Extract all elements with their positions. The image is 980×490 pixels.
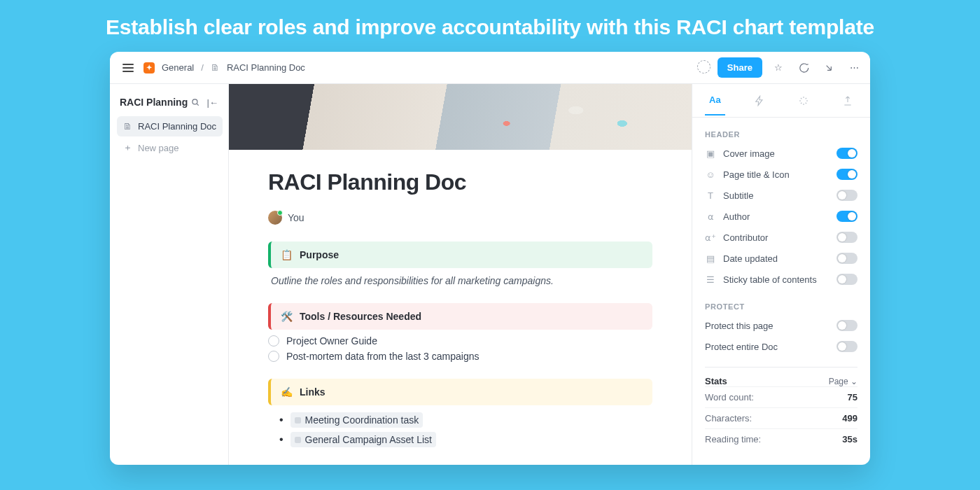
link-chip-icon xyxy=(295,417,301,424)
link-chip-icon xyxy=(295,437,301,443)
topbar: ✦ General / 🗎 RACI Planning Doc Share ☆ … xyxy=(110,52,870,84)
sidebar-new-page[interactable]: ＋ New page xyxy=(117,136,223,159)
list-icon: ☰ xyxy=(705,274,716,285)
sidebar-title: RACI Planning xyxy=(120,97,188,108)
toggle-switch[interactable] xyxy=(836,320,858,331)
tools-label: Tools / Resources Needed xyxy=(300,311,421,322)
page-icon: 🗎 xyxy=(122,121,132,132)
purpose-label: Purpose xyxy=(300,249,339,260)
collapse-icon[interactable]: |← xyxy=(207,97,218,108)
stat-word-count: Word count:75 xyxy=(705,386,858,407)
toggle-contributor[interactable]: ⍺⁺Contributor xyxy=(705,227,858,248)
checklist-label: Post-mortem data from the last 3 campaig… xyxy=(286,351,479,362)
avatar[interactable] xyxy=(268,211,282,225)
comment-icon[interactable] xyxy=(794,59,813,77)
toggle-label: Sticky table of contents xyxy=(723,274,817,285)
tab-export[interactable] xyxy=(838,86,858,115)
toggle-label: Protect entire Doc xyxy=(705,342,778,352)
toggle-cover-image[interactable]: ▣Cover image xyxy=(705,143,858,164)
toggle-protect-doc[interactable]: Protect entire Doc xyxy=(705,336,858,357)
toggle-protect-page[interactable]: Protect this page xyxy=(705,315,858,336)
doc-icon: 🗎 xyxy=(211,62,220,73)
tab-ai[interactable] xyxy=(794,86,813,115)
toggle-label: Contributor xyxy=(723,232,768,243)
breadcrumb-doc[interactable]: RACI Planning Doc xyxy=(227,62,305,73)
link-item[interactable]: General Campaign Asset List xyxy=(268,432,652,447)
toggle-date-updated[interactable]: ▤Date updated xyxy=(705,248,858,269)
checkbox-icon[interactable] xyxy=(268,351,279,362)
toggle-subtitle[interactable]: TSubtitle xyxy=(705,185,858,206)
right-panel: Aa HEADER ▣Cover image ☺Page title & Ico… xyxy=(692,84,870,465)
purpose-description[interactable]: Outline the roles and responsibilities f… xyxy=(268,275,652,286)
toggle-label: Date updated xyxy=(723,253,778,264)
stat-reading-time: Reading time:35s xyxy=(705,428,858,449)
tab-automation[interactable] xyxy=(750,86,769,115)
people-icon: ⍺⁺ xyxy=(705,232,716,243)
plus-icon: ＋ xyxy=(122,141,132,154)
author-row: You xyxy=(268,211,652,225)
toggle-switch[interactable] xyxy=(836,253,858,264)
purpose-emoji-icon: 📋 xyxy=(281,249,293,260)
checkbox-icon[interactable] xyxy=(268,335,279,346)
star-icon[interactable]: ☆ xyxy=(769,59,788,76)
history-icon[interactable] xyxy=(697,60,710,76)
block-links[interactable]: ✍️ Links xyxy=(268,379,652,405)
more-icon[interactable]: ⋯ xyxy=(845,59,863,76)
block-purpose[interactable]: 📋 Purpose xyxy=(268,241,652,268)
tab-text-style[interactable]: Aa xyxy=(705,85,725,115)
stats-header: Stats Page ⌄ xyxy=(705,367,858,386)
tools-emoji-icon: 🛠️ xyxy=(281,311,293,322)
search-icon[interactable] xyxy=(190,97,200,108)
breadcrumb-separator: / xyxy=(201,62,204,73)
toggle-label: Page title & Icon xyxy=(723,169,790,180)
checklist-label: Project Owner Guide xyxy=(286,335,377,346)
stats-title: Stats xyxy=(705,376,727,386)
stat-characters: Characters:499 xyxy=(705,407,858,428)
links-emoji-icon: ✍️ xyxy=(281,386,293,398)
expand-icon[interactable] xyxy=(820,59,838,76)
calendar-icon: ▤ xyxy=(705,253,716,264)
author-name: You xyxy=(288,212,304,223)
new-page-label: New page xyxy=(138,143,179,153)
checklist-item[interactable]: Project Owner Guide xyxy=(268,335,652,346)
toggle-switch[interactable] xyxy=(836,341,858,352)
text-icon: T xyxy=(705,190,716,201)
block-tools[interactable]: 🛠️ Tools / Resources Needed xyxy=(268,303,652,330)
links-label: Links xyxy=(300,386,326,398)
toggle-switch[interactable] xyxy=(836,211,858,222)
document-main: RACI Planning Doc You 📋 Purpose Outline … xyxy=(229,84,692,465)
link-label: Meeting Coordination task xyxy=(305,414,419,426)
app-window: ✦ General / 🗎 RACI Planning Doc Share ☆ … xyxy=(110,52,870,465)
section-protect: PROTECT xyxy=(705,302,858,311)
breadcrumb-space[interactable]: General xyxy=(162,62,194,73)
toggle-sticky-toc[interactable]: ☰Sticky table of contents xyxy=(705,269,858,290)
cover-image[interactable] xyxy=(229,84,692,150)
toggle-switch[interactable] xyxy=(836,274,858,285)
link-item[interactable]: Meeting Coordination task xyxy=(268,412,652,428)
toggle-switch[interactable] xyxy=(836,190,858,201)
toggle-label: Subtitle xyxy=(723,190,753,201)
space-icon[interactable]: ✦ xyxy=(144,62,155,74)
checklist-item[interactable]: Post-mortem data from the last 3 campaig… xyxy=(268,351,652,362)
svg-point-0 xyxy=(192,99,197,104)
menu-icon[interactable] xyxy=(120,61,136,75)
smile-icon: ☺ xyxy=(705,169,716,180)
person-icon: ⍺ xyxy=(705,211,716,222)
sidebar: RACI Planning |← 🗎 RACI Planning Doc ＋ N… xyxy=(110,84,229,465)
toggle-page-title[interactable]: ☺Page title & Icon xyxy=(705,164,858,185)
image-icon: ▣ xyxy=(705,148,716,159)
share-button[interactable]: Share xyxy=(718,57,762,78)
toggle-switch[interactable] xyxy=(836,232,858,243)
sidebar-item-doc[interactable]: 🗎 RACI Planning Doc xyxy=(117,116,223,136)
toggle-switch[interactable] xyxy=(836,169,858,180)
toggle-label: Cover image xyxy=(723,148,775,159)
page-title[interactable]: RACI Planning Doc xyxy=(268,169,652,195)
hero-title: Establish clear roles and improve accoun… xyxy=(106,15,874,39)
sidebar-item-label: RACI Planning Doc xyxy=(138,121,216,132)
link-label: General Campaign Asset List xyxy=(305,434,432,445)
stats-scope-select[interactable]: Page ⌄ xyxy=(829,377,858,386)
toggle-switch[interactable] xyxy=(836,148,858,159)
section-header: HEADER xyxy=(705,130,858,139)
toggle-author[interactable]: ⍺Author xyxy=(705,206,858,227)
toggle-label: Author xyxy=(723,211,750,222)
